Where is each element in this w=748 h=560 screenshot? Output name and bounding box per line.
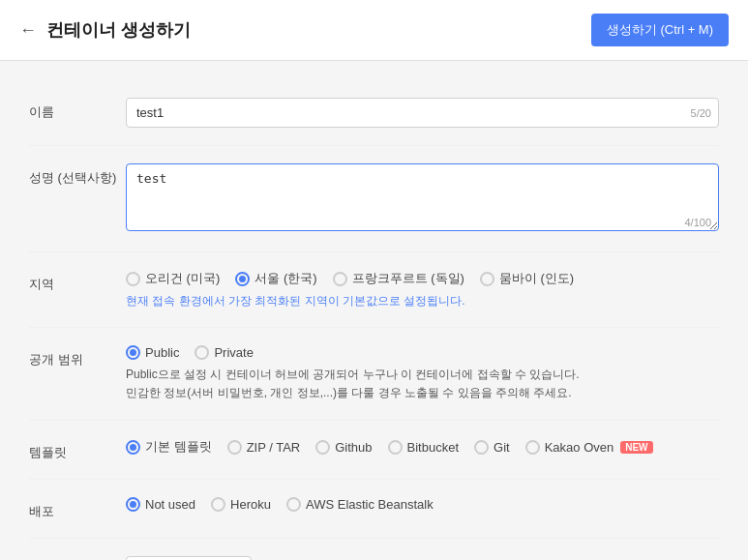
desc-control: test 4/100 <box>126 163 719 234</box>
gpu-options: No GPU core 1 GPU core 2 GPU cores 4 GPU… <box>126 556 719 560</box>
region-row: 지역 오리건 (미국) 서울 (한국) 프랑크푸르트 (독일) <box>29 252 719 328</box>
deploy-radio-group: Not used Heroku AWS Elastic Beanstalk <box>126 497 719 512</box>
deploy-radio-aws <box>286 497 301 512</box>
region-option-mumbai[interactable]: 뭄바이 (인도) <box>480 270 574 287</box>
name-input[interactable] <box>126 98 719 128</box>
template-option-zip[interactable]: ZIP / TAR <box>227 440 301 455</box>
back-button[interactable]: ← <box>19 21 37 39</box>
name-control: 5/20 <box>126 98 719 128</box>
header-left: ← 컨테이너 생성하기 <box>19 18 191 42</box>
gpu-select[interactable]: No GPU core 1 GPU core 2 GPU cores 4 GPU… <box>126 556 252 560</box>
scope-radio-public <box>126 345 140 360</box>
deploy-row: 배포 Not used Heroku AWS Elastic Beanstalk <box>29 480 719 539</box>
template-radio-kakao <box>525 440 540 455</box>
name-row: 이름 5/20 <box>29 80 719 146</box>
template-option-github[interactable]: Github <box>315 440 372 455</box>
template-option-kakao[interactable]: Kakao Oven NEW <box>525 440 653 455</box>
deploy-option-heroku[interactable]: Heroku <box>211 497 271 512</box>
scope-radio-group: Public Private <box>126 345 719 360</box>
region-radio-frankfurt <box>333 272 347 286</box>
template-option-bitbucket[interactable]: Bitbucket <box>388 440 459 455</box>
template-radio-default <box>126 440 140 455</box>
template-label: 템플릿 <box>29 438 126 461</box>
scope-radio-private <box>194 345 209 360</box>
template-option-git[interactable]: Git <box>474 440 510 455</box>
name-input-wrapper: 5/20 <box>126 98 719 128</box>
deploy-radio-notused <box>126 497 140 512</box>
gpu-label: GPU <box>29 556 126 560</box>
page-title: 컨테이너 생성하기 <box>46 18 191 42</box>
header: ← 컨테이너 생성하기 생성하기 (Ctrl + M) <box>0 0 748 61</box>
template-control: 기본 템플릿 ZIP / TAR Github Bitbucket <box>126 438 719 456</box>
name-char-count: 5/20 <box>691 107 711 119</box>
gpu-control: No GPU core 1 GPU core 2 GPU cores 4 GPU… <box>126 556 719 560</box>
scope-control: Public Private Public으로 설정 시 컨테이너 허브에 공개… <box>126 345 719 402</box>
template-option-default[interactable]: 기본 템플릿 <box>126 438 212 456</box>
new-badge: NEW <box>620 441 652 454</box>
desc-char-count: 4/100 <box>684 217 711 228</box>
region-option-oregon[interactable]: 오리건 (미국) <box>126 270 220 287</box>
template-radio-group: 기본 템플릿 ZIP / TAR Github Bitbucket <box>126 438 719 456</box>
template-radio-zip <box>227 440 242 455</box>
template-radio-github <box>315 440 330 455</box>
region-radio-mumbai <box>480 272 494 286</box>
region-option-frankfurt[interactable]: 프랑크푸르트 (독일) <box>333 270 464 287</box>
region-label: 지역 <box>29 270 126 293</box>
create-button[interactable]: 생성하기 (Ctrl + M) <box>591 14 729 46</box>
deploy-control: Not used Heroku AWS Elastic Beanstalk <box>126 497 719 512</box>
form-content: 이름 5/20 성명 (선택사항) test 4/100 지역 <box>0 61 748 560</box>
template-radio-git <box>474 440 489 455</box>
scope-row: 공개 범위 Public Private Public으로 설정 시 컨테이너 … <box>29 328 719 421</box>
page: ← 컨테이너 생성하기 생성하기 (Ctrl + M) 이름 5/20 성명 (… <box>0 0 748 560</box>
region-control: 오리건 (미국) 서울 (한국) 프랑크푸르트 (독일) 뭄바이 (인도) <box>126 270 719 309</box>
template-row: 템플릿 기본 템플릿 ZIP / TAR Github <box>29 421 719 480</box>
region-option-seoul[interactable]: 서울 (한국) <box>235 270 316 287</box>
scope-option-public[interactable]: Public <box>126 345 179 360</box>
desc-input[interactable]: test <box>126 163 719 231</box>
name-label: 이름 <box>29 98 126 121</box>
deploy-option-aws[interactable]: AWS Elastic Beanstalk <box>286 497 434 512</box>
region-hint: 현재 접속 환경에서 가장 최적화된 지역이 기본값으로 설정됩니다. <box>126 293 719 309</box>
scope-label: 공개 범위 <box>29 345 126 368</box>
desc-textarea-wrapper: test 4/100 <box>126 163 719 234</box>
scope-option-private[interactable]: Private <box>194 345 253 360</box>
desc-row: 성명 (선택사항) test 4/100 <box>29 146 719 252</box>
scope-info: Public으로 설정 시 컨테이너 허브에 공개되어 누구나 이 컨테이너에 … <box>126 366 719 402</box>
gpu-row: GPU No GPU core 1 GPU core 2 GPU cores 4… <box>29 539 719 560</box>
deploy-label: 배포 <box>29 497 126 520</box>
template-radio-bitbucket <box>388 440 403 455</box>
region-radio-group: 오리건 (미국) 서울 (한국) 프랑크푸르트 (독일) 뭄바이 (인도) <box>126 270 719 287</box>
region-radio-oregon <box>126 272 140 286</box>
deploy-option-notused[interactable]: Not used <box>126 497 195 512</box>
deploy-radio-heroku <box>211 497 225 512</box>
region-radio-seoul <box>235 272 250 286</box>
desc-label: 성명 (선택사항) <box>29 163 126 187</box>
